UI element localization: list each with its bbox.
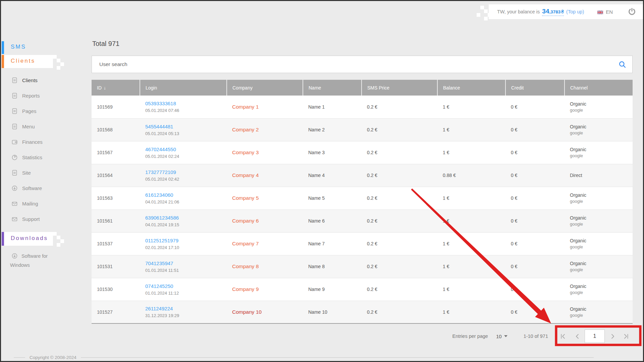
- column-header-sms-price[interactable]: SMS Price: [362, 80, 437, 96]
- login-link[interactable]: 05393333618: [145, 101, 176, 106]
- cell-credit: 0 €: [505, 255, 565, 278]
- column-header-login[interactable]: Login: [140, 80, 227, 96]
- search-input[interactable]: [99, 61, 619, 68]
- pixel-decoration: [484, 17, 488, 20]
- cell-name: Name 9: [303, 278, 362, 301]
- cell-name: Name 8: [303, 255, 362, 278]
- company-link[interactable]: Company 9: [232, 286, 259, 292]
- page-number-input[interactable]: 1: [585, 329, 605, 343]
- sort-desc-icon: ↓: [104, 85, 106, 90]
- cell-id: 101527: [92, 301, 140, 323]
- login-link[interactable]: 17327772109: [145, 169, 176, 175]
- cell-login: 545544448105.01.2024 05:13: [140, 118, 227, 141]
- company-link[interactable]: Company 5: [232, 195, 259, 201]
- next-page-button[interactable]: [610, 334, 615, 339]
- sidebar-item-pages[interactable]: Pages: [1, 103, 78, 119]
- cell-channel: Organicgoogle: [565, 118, 633, 141]
- login-link[interactable]: 46702444550: [145, 146, 176, 152]
- cell-balance: 1 €: [437, 141, 505, 164]
- cell-balance: 1 €: [437, 232, 505, 255]
- company-link[interactable]: Company 8: [232, 263, 259, 269]
- column-header-channel[interactable]: Channel: [565, 80, 633, 96]
- entries-per-page-select[interactable]: 10: [496, 334, 507, 339]
- company-link[interactable]: Company 3: [232, 149, 259, 155]
- company-link[interactable]: Company 6: [232, 218, 259, 224]
- channel-type: Organic: [570, 124, 632, 129]
- cell-sms-price: 0.2 €: [362, 232, 437, 255]
- column-header-credit[interactable]: Credit: [505, 80, 565, 96]
- pixel-decoration: [57, 236, 60, 239]
- channel-source: google: [570, 222, 632, 227]
- sidebar-item-clients[interactable]: Clients: [1, 72, 78, 88]
- sidebar-item-mailing[interactable]: Mailing: [1, 196, 78, 211]
- previous-page-button[interactable]: [575, 334, 580, 339]
- sidebar-item-label: Reports: [22, 93, 40, 99]
- company-link[interactable]: Company 2: [232, 127, 259, 132]
- cell-login: 074124525001.01.2024 11:12: [140, 278, 227, 301]
- first-page-button[interactable]: [560, 334, 566, 339]
- login-link[interactable]: 2611249224: [145, 306, 173, 311]
- cell-channel: Organicgoogle: [565, 232, 633, 255]
- cell-sms-price: 0.2 €: [362, 209, 437, 232]
- company-link[interactable]: Company 4: [232, 172, 259, 178]
- login-link[interactable]: 0741245250: [145, 283, 173, 289]
- table-row: 101564 1732777210905.01.2024 02:42 Compa…: [92, 164, 633, 187]
- cell-id: 101561: [92, 209, 140, 232]
- login-link[interactable]: 6161234060: [145, 192, 173, 198]
- table-header-row: ID↓ Login Company Name SMS Price Balance…: [92, 80, 633, 96]
- sidebar-item-label: Finances: [22, 139, 43, 145]
- document-icon: [11, 170, 18, 176]
- table-body: 101569 0539333361805.01.2024 07:46 Compa…: [92, 96, 633, 323]
- login-link[interactable]: 7041235947: [145, 260, 173, 266]
- column-header-id[interactable]: ID↓: [92, 80, 140, 96]
- sidebar-section-downloads[interactable]: Downloads: [11, 235, 48, 242]
- sidebar-item-software-for-windows[interactable]: Software for Windows: [10, 252, 58, 270]
- table-row: 101531 704123594701.01.2024 11:51 Compan…: [92, 255, 633, 278]
- cell-id: 101537: [92, 232, 140, 255]
- top-up-link[interactable]: (Top up): [566, 9, 584, 14]
- cell-credit: 0 €: [505, 278, 565, 301]
- sidebar-item-menu[interactable]: Menu: [1, 119, 78, 134]
- search-icon[interactable]: [619, 61, 626, 68]
- language-selector[interactable]: EN: [606, 9, 613, 15]
- company-link[interactable]: Company 10: [232, 309, 262, 315]
- sidebar-item-reports[interactable]: Reports: [1, 88, 78, 103]
- document-icon: [11, 93, 18, 99]
- sidebar-item-support[interactable]: Support: [1, 211, 78, 227]
- balance-integer: 34: [542, 8, 549, 15]
- cell-credit: 0 €: [505, 96, 565, 118]
- cell-company: Company 9: [227, 278, 303, 301]
- cell-name: Name 2: [303, 118, 362, 141]
- channel-source: google: [570, 130, 632, 135]
- company-link[interactable]: Company 7: [232, 241, 259, 246]
- column-header-company[interactable]: Company: [227, 80, 303, 96]
- sidebar-section-sms[interactable]: SMS: [11, 44, 26, 50]
- sidebar-item-site[interactable]: Site: [1, 165, 78, 180]
- balance-amount[interactable]: 34,3783₴: [542, 8, 564, 16]
- cell-id: 101569: [92, 96, 140, 118]
- cell-id: 101564: [92, 164, 140, 187]
- column-header-balance[interactable]: Balance: [437, 80, 505, 96]
- cell-credit: 0 €: [505, 301, 565, 323]
- login-link[interactable]: 5455444481: [145, 124, 173, 129]
- sidebar-item-finances[interactable]: Finances: [1, 134, 78, 149]
- login-link[interactable]: 011251251979: [145, 238, 178, 243]
- sidebar-section-clients[interactable]: Clients: [11, 58, 35, 64]
- column-header-name[interactable]: Name: [303, 80, 362, 96]
- login-link[interactable]: 639061234586: [145, 215, 179, 221]
- pixel-decoration: [57, 59, 60, 62]
- company-link[interactable]: Company 1: [232, 104, 259, 110]
- pixel-decoration: [477, 13, 480, 17]
- sidebar-item-label: Menu: [22, 124, 35, 129]
- cell-balance: 1 €: [437, 187, 505, 209]
- cell-channel: Organicgoogle: [565, 141, 633, 164]
- cell-channel: Organicgoogle: [565, 96, 633, 118]
- last-page-button[interactable]: [623, 334, 629, 339]
- cell-credit: 0 €: [505, 209, 565, 232]
- logout-power-icon[interactable]: [628, 7, 636, 16]
- login-date: 04.01.2024 21:06: [145, 199, 226, 204]
- table-row: 101561 63906123458604.01.2024 19:15 Comp…: [92, 209, 633, 232]
- search-box: [92, 56, 633, 73]
- sidebar-item-statistics[interactable]: Statistics: [1, 149, 78, 165]
- sidebar-item-software[interactable]: Software: [1, 180, 78, 196]
